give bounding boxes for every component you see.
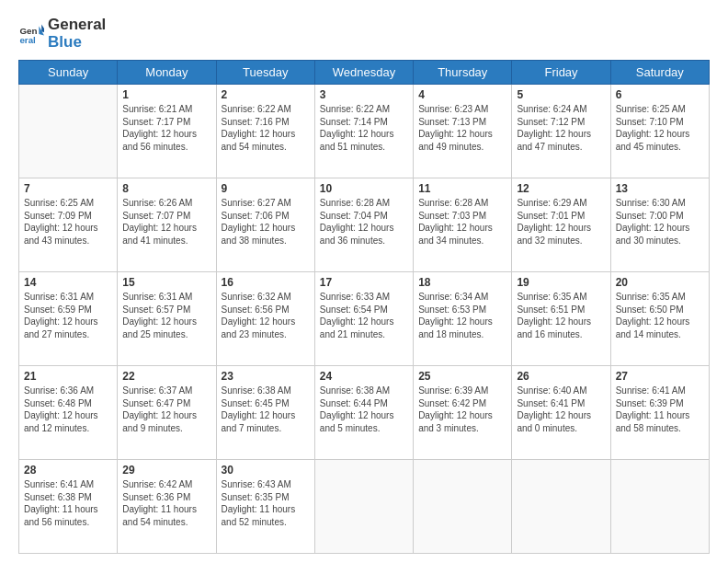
- day-number: 6: [616, 88, 704, 101]
- day-info-line: and 54 minutes.: [222, 141, 310, 154]
- day-cell: 4Sunrise: 6:23 AMSunset: 7:13 PMDaylight…: [414, 85, 512, 178]
- day-info-line: Sunrise: 6:22 AM: [222, 103, 310, 116]
- day-info-line: and 3 minutes.: [418, 422, 506, 435]
- day-info-line: Sunset: 6:42 PM: [418, 397, 506, 410]
- day-info-line: Sunset: 6:54 PM: [320, 304, 408, 316]
- day-cell: [414, 460, 512, 554]
- day-info-line: Sunrise: 6:31 AM: [122, 291, 210, 304]
- day-cell: 12Sunrise: 6:29 AMSunset: 7:01 PMDayligh…: [512, 178, 610, 272]
- day-info-line: Sunset: 6:44 PM: [320, 397, 408, 410]
- day-number: 29: [122, 464, 210, 477]
- calendar-table: SundayMondayTuesdayWednesdayThursdayFrid…: [18, 60, 710, 554]
- day-number: 22: [122, 370, 210, 383]
- svg-text:eral: eral: [19, 34, 36, 44]
- day-info-line: and 41 minutes.: [122, 235, 210, 247]
- day-info-line: Sunset: 6:36 PM: [122, 491, 210, 504]
- day-info-line: Sunset: 6:57 PM: [122, 304, 210, 316]
- day-info-line: Daylight: 11 hours: [122, 503, 210, 516]
- day-info-line: Sunrise: 6:33 AM: [320, 291, 408, 304]
- day-number: 2: [222, 88, 310, 101]
- day-info-line: Daylight: 12 hours: [222, 409, 310, 422]
- day-info-line: and 21 minutes.: [320, 328, 408, 341]
- day-number: 5: [517, 88, 605, 101]
- day-number: 9: [222, 182, 310, 195]
- day-info-line: Sunrise: 6:36 AM: [24, 385, 112, 397]
- day-info-line: Sunrise: 6:25 AM: [24, 197, 112, 210]
- day-info-line: Sunrise: 6:21 AM: [122, 103, 210, 116]
- day-info-line: Sunset: 7:07 PM: [122, 210, 210, 223]
- day-info-line: and 51 minutes.: [320, 141, 408, 154]
- weekday-header-saturday: Saturday: [610, 61, 709, 85]
- day-cell: 22Sunrise: 6:37 AMSunset: 6:47 PMDayligh…: [118, 366, 216, 460]
- day-info-line: and 5 minutes.: [320, 422, 408, 435]
- day-info-line: Sunrise: 6:31 AM: [24, 291, 112, 304]
- day-info-line: Sunrise: 6:30 AM: [616, 197, 704, 210]
- day-info-line: Daylight: 12 hours: [24, 316, 112, 328]
- day-cell: 25Sunrise: 6:39 AMSunset: 6:42 PMDayligh…: [414, 366, 512, 460]
- day-info-line: Sunrise: 6:38 AM: [320, 385, 408, 397]
- day-cell: 19Sunrise: 6:35 AMSunset: 6:51 PMDayligh…: [512, 272, 610, 366]
- day-number: 1: [122, 88, 210, 101]
- day-cell: [610, 460, 709, 554]
- day-info-line: Sunset: 7:12 PM: [517, 116, 605, 129]
- day-info-line: and 54 minutes.: [122, 516, 210, 529]
- day-info-line: and 58 minutes.: [616, 422, 704, 435]
- day-info-line: and 52 minutes.: [222, 516, 310, 529]
- day-info-line: Sunrise: 6:35 AM: [517, 291, 605, 304]
- header: Gen eral General Blue: [18, 17, 710, 51]
- day-info-line: Daylight: 12 hours: [24, 222, 112, 235]
- day-info-line: and 25 minutes.: [122, 328, 210, 341]
- week-row-1: 1Sunrise: 6:21 AMSunset: 7:17 PMDaylight…: [19, 85, 710, 178]
- day-info-line: and 14 minutes.: [616, 328, 704, 341]
- weekday-header-tuesday: Tuesday: [216, 61, 314, 85]
- day-info-line: Sunrise: 6:24 AM: [517, 103, 605, 116]
- week-row-2: 7Sunrise: 6:25 AMSunset: 7:09 PMDaylight…: [19, 178, 710, 272]
- day-info-line: Sunrise: 6:39 AM: [418, 385, 506, 397]
- day-info-line: Sunset: 7:00 PM: [616, 210, 704, 223]
- day-cell: 2Sunrise: 6:22 AMSunset: 7:16 PMDaylight…: [216, 85, 314, 178]
- day-info-line: Sunset: 7:16 PM: [222, 116, 310, 129]
- day-info-line: Daylight: 12 hours: [222, 222, 310, 235]
- day-info-line: Sunset: 7:13 PM: [418, 116, 506, 129]
- day-info-line: Sunset: 6:56 PM: [222, 304, 310, 316]
- day-info-line: Daylight: 11 hours: [24, 503, 112, 516]
- day-cell: 20Sunrise: 6:35 AMSunset: 6:50 PMDayligh…: [610, 272, 709, 366]
- day-info-line: Sunset: 6:41 PM: [517, 397, 605, 410]
- logo-text-top: General: [48, 17, 106, 34]
- day-info-line: and 16 minutes.: [517, 328, 605, 341]
- day-number: 10: [320, 182, 408, 195]
- day-info-line: Daylight: 12 hours: [320, 222, 408, 235]
- day-info-line: Daylight: 12 hours: [222, 128, 310, 141]
- day-cell: 5Sunrise: 6:24 AMSunset: 7:12 PMDaylight…: [512, 85, 610, 178]
- day-cell: 3Sunrise: 6:22 AMSunset: 7:14 PMDaylight…: [314, 85, 413, 178]
- day-info-line: Sunset: 7:17 PM: [122, 116, 210, 129]
- day-info-line: Sunset: 7:09 PM: [24, 210, 112, 223]
- day-number: 7: [24, 182, 112, 195]
- day-info-line: Daylight: 12 hours: [616, 128, 704, 141]
- day-info-line: Sunset: 6:47 PM: [122, 397, 210, 410]
- day-info-line: and 18 minutes.: [418, 328, 506, 341]
- day-info-line: Sunset: 6:59 PM: [24, 304, 112, 316]
- day-info-line: Sunrise: 6:22 AM: [320, 103, 408, 116]
- day-number: 14: [24, 276, 112, 289]
- day-info-line: Sunset: 7:10 PM: [616, 116, 704, 129]
- day-cell: 1Sunrise: 6:21 AMSunset: 7:17 PMDaylight…: [118, 85, 216, 178]
- day-number: 4: [418, 88, 506, 101]
- day-info-line: and 45 minutes.: [616, 141, 704, 154]
- day-info-line: Daylight: 12 hours: [122, 222, 210, 235]
- day-info-line: Sunset: 6:48 PM: [24, 397, 112, 410]
- day-info-line: Daylight: 11 hours: [222, 503, 310, 516]
- day-info-line: and 36 minutes.: [320, 235, 408, 247]
- weekday-header-thursday: Thursday: [414, 61, 512, 85]
- day-cell: 6Sunrise: 6:25 AMSunset: 7:10 PMDaylight…: [610, 85, 709, 178]
- day-number: 11: [418, 182, 506, 195]
- day-cell: 26Sunrise: 6:40 AMSunset: 6:41 PMDayligh…: [512, 366, 610, 460]
- day-info-line: Daylight: 12 hours: [517, 128, 605, 141]
- day-info-line: Sunrise: 6:29 AM: [517, 197, 605, 210]
- day-cell: 15Sunrise: 6:31 AMSunset: 6:57 PMDayligh…: [118, 272, 216, 366]
- day-info-line: Sunset: 7:06 PM: [222, 210, 310, 223]
- day-info-line: Daylight: 12 hours: [122, 409, 210, 422]
- logo-icon: Gen eral: [18, 21, 44, 47]
- day-info-line: and 30 minutes.: [616, 235, 704, 247]
- day-number: 19: [517, 276, 605, 289]
